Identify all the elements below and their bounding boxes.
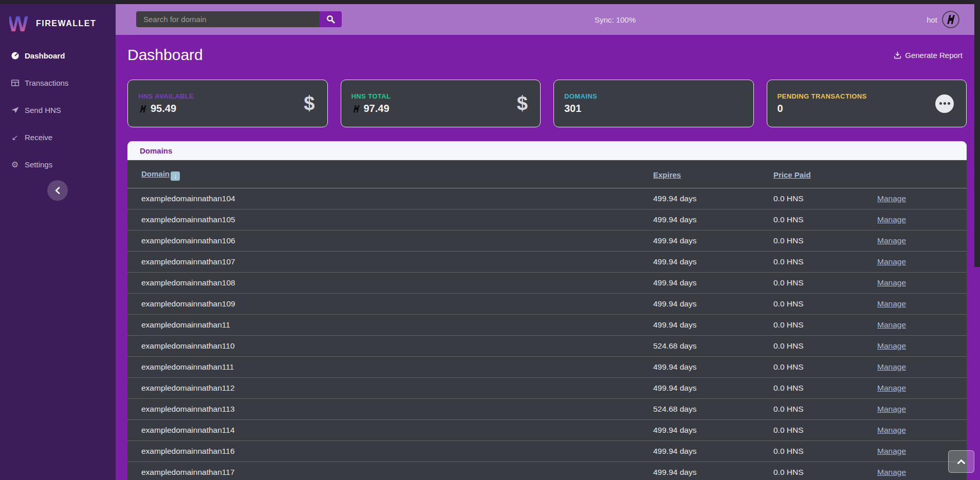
price-paid-cell: 0.0 HNS: [767, 293, 871, 314]
handshake-logo-icon: [942, 11, 959, 28]
down-arrow-emoji: ↓: [171, 171, 180, 181]
domains-table: Domain↓ Expires Price Paid exampledomain…: [127, 160, 967, 480]
price-paid-cell: 0.0 HNS: [767, 272, 871, 293]
manage-cell: Manage: [871, 272, 967, 293]
chevron-left-icon: [55, 187, 60, 194]
manage-link[interactable]: Manage: [877, 362, 906, 371]
generate-report-button[interactable]: Generate Report: [894, 51, 963, 60]
manage-link[interactable]: Manage: [877, 341, 906, 350]
manage-cell: Manage: [871, 251, 967, 272]
sync-status: Sync: 100%: [595, 4, 636, 35]
download-icon: [894, 51, 901, 59]
stat-card-pending-transactions: PENDING TRANSACTIONS 0: [767, 80, 967, 127]
table-row: exampledomainnathan117499.94 days0.0 HNS…: [127, 462, 967, 480]
sidebar-item-label: Settings: [25, 160, 52, 169]
search-button[interactable]: [320, 11, 342, 27]
sidebar-nav: Dashboard Transactions Send HNS ↙ Receiv…: [0, 42, 116, 178]
manage-link[interactable]: Manage: [877, 236, 906, 245]
price-paid-cell: 0.0 HNS: [767, 419, 871, 440]
domain-cell: exampledomainnathan106: [127, 230, 647, 251]
price-paid-cell: 0.0 HNS: [767, 335, 871, 356]
price-paid-cell: 0.0 HNS: [767, 377, 871, 398]
manage-link[interactable]: Manage: [877, 215, 906, 224]
table-row: exampledomainnathan105499.94 days0.0 HNS…: [127, 209, 967, 230]
domain-cell: exampledomainnathan112: [127, 377, 647, 398]
table-row: exampledomainnathan104499.94 days0.0 HNS…: [127, 188, 967, 209]
brand[interactable]: W FIREWALLET: [0, 4, 116, 36]
sidebar: W FIREWALLET Dashboard Transactions Send…: [0, 4, 116, 480]
price-paid-cell: 0.0 HNS: [767, 398, 871, 419]
table-icon: [10, 79, 20, 88]
expires-cell: 499.94 days: [647, 272, 767, 293]
stat-card-hns-total: HNS TOTAL 97.49 $: [341, 80, 541, 127]
tachometer-icon: [10, 51, 20, 61]
expires-cell: 499.94 days: [647, 314, 767, 335]
window-top-strip: [0, 0, 980, 4]
domain-cell: exampledomainnathan110: [127, 335, 647, 356]
sidebar-item-receive[interactable]: ↙ Receive: [0, 124, 116, 151]
domain-cell: exampledomainnathan111: [127, 356, 647, 377]
page-head: Dashboard Generate Report: [127, 46, 963, 64]
manage-cell: Manage: [871, 356, 967, 377]
domain-cell: exampledomainnathan105: [127, 209, 647, 230]
table-row: exampledomainnathan110524.68 days0.0 HNS…: [127, 335, 967, 356]
price-paid-cell: 0.0 HNS: [767, 440, 871, 462]
sidebar-item-transactions[interactable]: Transactions: [0, 69, 116, 97]
manage-cell: Manage: [871, 209, 967, 230]
table-row: exampledomainnathan108499.94 days0.0 HNS…: [127, 272, 967, 293]
page-title: Dashboard: [127, 46, 203, 64]
stat-value: 95.49: [151, 103, 176, 114]
sidebar-item-label: Send HNS: [25, 106, 61, 114]
manage-link[interactable]: Manage: [877, 405, 906, 413]
table-row: exampledomainnathan116499.94 days0.0 HNS…: [127, 440, 967, 462]
price-paid-cell: 0.0 HNS: [767, 209, 871, 230]
stat-label: PENDING TRANSACTIONS: [778, 92, 867, 100]
scroll-to-top-button[interactable]: [948, 450, 974, 473]
manage-cell: Manage: [871, 188, 967, 209]
domain-cell: exampledomainnathan116: [127, 440, 647, 462]
expires-cell: 524.68 days: [647, 335, 767, 356]
sidebar-item-dashboard[interactable]: Dashboard: [0, 42, 116, 69]
manage-link[interactable]: Manage: [877, 194, 906, 203]
arrow-down-left-icon: ↙: [10, 133, 20, 142]
ellipsis-icon[interactable]: [935, 94, 954, 113]
manage-link[interactable]: Manage: [877, 468, 906, 476]
manage-link[interactable]: Manage: [877, 447, 906, 455]
manage-link[interactable]: Manage: [877, 257, 906, 266]
domain-cell: exampledomainnathan108: [127, 272, 647, 293]
paper-plane-icon: [10, 106, 20, 115]
manage-link[interactable]: Manage: [877, 320, 906, 329]
search-input[interactable]: [136, 11, 320, 27]
table-header-row: Domain↓ Expires Price Paid: [127, 160, 967, 188]
manage-link[interactable]: Manage: [877, 426, 906, 434]
domain-cell: exampledomainnathan113: [127, 398, 647, 419]
gear-icon: ⚙: [10, 160, 20, 169]
expires-cell: 499.94 days: [647, 377, 767, 398]
sidebar-item-send-hns[interactable]: Send HNS: [0, 97, 116, 124]
domain-cell: exampledomainnathan117: [127, 462, 647, 480]
manage-link[interactable]: Manage: [877, 278, 906, 287]
wallet-area[interactable]: hot: [927, 4, 959, 35]
table-row: exampledomainnathan109499.94 days0.0 HNS…: [127, 293, 967, 314]
vertical-scrollbar[interactable]: [974, 0, 980, 267]
column-header-price-paid[interactable]: Price Paid: [773, 170, 811, 179]
price-paid-cell: 0.0 HNS: [767, 230, 871, 251]
stat-cards-row: HNS AVAILABLE 95.49 $ HNS TOTAL 97.49 $ …: [127, 80, 967, 127]
column-header-domain[interactable]: Domain: [141, 169, 170, 178]
domains-table-body: exampledomainnathan104499.94 days0.0 HNS…: [127, 188, 967, 480]
domain-cell: exampledomainnathan107: [127, 251, 647, 272]
brand-name: FIREWALLET: [36, 19, 96, 28]
price-paid-cell: 0.0 HNS: [767, 188, 871, 209]
sidebar-collapse-button[interactable]: [47, 180, 68, 201]
sidebar-item-settings[interactable]: ⚙ Settings: [0, 151, 116, 178]
table-row: exampledomainnathan111499.94 days0.0 HNS…: [127, 356, 967, 377]
expires-cell: 499.94 days: [647, 251, 767, 272]
column-header-expires[interactable]: Expires: [653, 170, 681, 179]
main-content: Dashboard Generate Report HNS AVAILABLE …: [116, 35, 980, 480]
expires-cell: 524.68 days: [647, 398, 767, 419]
stat-card-hns-available: HNS AVAILABLE 95.49 $: [127, 80, 328, 127]
manage-link[interactable]: Manage: [877, 383, 906, 392]
expires-cell: 499.94 days: [647, 356, 767, 377]
manage-link[interactable]: Manage: [877, 299, 906, 308]
price-paid-cell: 0.0 HNS: [767, 462, 871, 480]
